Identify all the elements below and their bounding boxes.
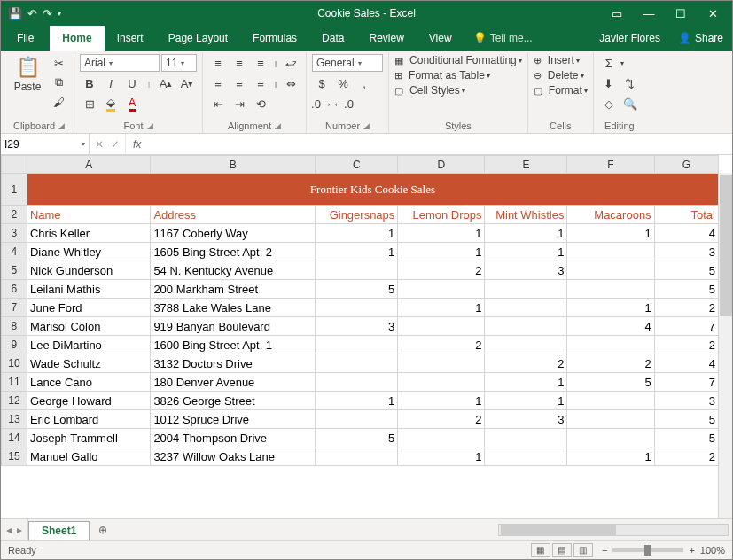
format-cells-button[interactable]: ▢ Format▾	[534, 84, 588, 97]
paste-button[interactable]: 📋 Paste	[10, 54, 45, 95]
cell[interactable]: 1	[316, 224, 398, 243]
cell[interactable]: 3	[485, 261, 567, 280]
cell[interactable]: Leilani Mathis	[27, 280, 150, 299]
tab-review[interactable]: Review	[356, 26, 416, 51]
cell[interactable]: 5	[654, 280, 718, 299]
cell[interactable]: 1	[485, 373, 567, 392]
header-cell[interactable]: Address	[151, 206, 316, 224]
cell[interactable]: 2	[398, 261, 485, 280]
hscroll-thumb[interactable]	[501, 525, 616, 535]
cut-button[interactable]: ✂	[49, 54, 68, 72]
zoom-out-button[interactable]: −	[602, 545, 607, 556]
cell[interactable]	[316, 447, 398, 466]
cell[interactable]: 1	[398, 243, 485, 261]
cell[interactable]: 3237 Willow Oaks Lane	[151, 447, 316, 466]
new-sheet-button[interactable]: ⊕	[90, 519, 116, 540]
user-name[interactable]: Javier Flores	[590, 26, 669, 51]
title-cell[interactable]: Frontier Kids Cookie Sales	[27, 174, 718, 206]
cell[interactable]: 1	[567, 447, 654, 466]
cell[interactable]	[398, 373, 485, 392]
align-bottom-button[interactable]: ≡	[251, 54, 270, 72]
cell[interactable]: 1167 Coberly Way	[151, 224, 316, 243]
vertical-scrollbar[interactable]	[718, 173, 732, 518]
cell[interactable]: 3	[654, 243, 718, 261]
cell[interactable]: 2	[654, 447, 718, 466]
cell[interactable]: 1600 Bing Street Apt. 1	[151, 336, 316, 354]
header-cell[interactable]: Name	[27, 206, 150, 224]
sheet-nav-prev-icon[interactable]: ◂	[6, 524, 12, 536]
cell[interactable]: 5	[654, 410, 718, 429]
cell[interactable]: Lee DiMartino	[27, 336, 150, 354]
row-header-14[interactable]: 14	[2, 429, 27, 447]
cell[interactable]: 3132 Doctors Drive	[151, 354, 316, 373]
format-painter-button[interactable]: 🖌	[49, 93, 68, 111]
enter-formula-icon[interactable]: ✓	[111, 138, 120, 151]
col-header-G[interactable]: G	[654, 156, 718, 174]
row-header-4[interactable]: 4	[2, 243, 27, 261]
cell[interactable]: 2	[398, 336, 485, 354]
tab-file[interactable]: File	[1, 26, 50, 51]
cell[interactable]: 4	[654, 354, 718, 373]
col-header-E[interactable]: E	[485, 156, 567, 174]
header-cell[interactable]: Mint Whistles	[485, 206, 567, 224]
cell[interactable]	[398, 429, 485, 447]
cell[interactable]: 54 N. Kentucky Avenue	[151, 261, 316, 280]
normal-view-button[interactable]: ▦	[531, 543, 550, 557]
header-cell[interactable]: Total	[654, 206, 718, 224]
cell[interactable]: Joseph Trammell	[27, 429, 150, 447]
cell[interactable]: 2	[567, 354, 654, 373]
cell[interactable]: 2	[398, 410, 485, 429]
horizontal-scrollbar[interactable]	[116, 519, 732, 540]
header-cell[interactable]: Lemon Drops	[398, 206, 485, 224]
cell[interactable]: June Ford	[27, 299, 150, 317]
cell[interactable]	[567, 336, 654, 354]
row-header-7[interactable]: 7	[2, 299, 27, 317]
page-layout-view-button[interactable]: ▤	[552, 543, 572, 557]
cell[interactable]: 2004 Thompson Drive	[151, 429, 316, 447]
undo-icon[interactable]: ↶	[27, 7, 37, 20]
cell[interactable]	[567, 243, 654, 261]
cell[interactable]	[316, 299, 398, 317]
decrease-font-button[interactable]: A▾	[177, 74, 197, 92]
fill-color-button[interactable]: ⬙	[101, 95, 121, 113]
italic-button[interactable]: I	[101, 74, 121, 92]
namebox-dropdown-icon[interactable]: ▾	[82, 140, 85, 148]
cell[interactable]: 1	[567, 224, 654, 243]
cell[interactable]: 3	[485, 410, 567, 429]
cell[interactable]	[316, 261, 398, 280]
formula-input[interactable]	[148, 134, 732, 154]
page-break-view-button[interactable]: ▥	[573, 543, 593, 557]
cell[interactable]: Wade Schultz	[27, 354, 150, 373]
conditional-formatting-button[interactable]: ▦ Conditional Formatting▾	[394, 54, 522, 66]
clear-button[interactable]: ◇	[599, 95, 619, 113]
redo-icon[interactable]: ↷	[43, 7, 52, 20]
cell[interactable]	[398, 280, 485, 299]
cell[interactable]	[316, 354, 398, 373]
copy-button[interactable]: ⧉	[49, 74, 68, 91]
cell[interactable]: 1	[316, 243, 398, 261]
increase-decimal-button[interactable]: .0→	[312, 95, 331, 113]
cell[interactable]: Chris Keller	[27, 224, 150, 243]
percent-format-button[interactable]: %	[333, 74, 353, 92]
number-launcher-icon[interactable]: ◢	[363, 121, 370, 130]
delete-cells-button[interactable]: ⊖ Delete▾	[534, 69, 584, 82]
tab-insert[interactable]: Insert	[105, 26, 156, 51]
alignment-launcher-icon[interactable]: ◢	[275, 121, 281, 130]
bold-button[interactable]: B	[80, 74, 99, 92]
cell-styles-button[interactable]: ▢ Cell Styles▾	[394, 84, 465, 97]
row-header-2[interactable]: 2	[2, 206, 27, 224]
merge-center-button[interactable]: ⇔	[281, 74, 300, 92]
zoom-slider[interactable]	[612, 548, 683, 552]
cell[interactable]: 200 Markham Street	[151, 280, 316, 299]
zoom-level[interactable]: 100%	[700, 545, 725, 556]
cell[interactable]: 3788 Lake Wales Lane	[151, 299, 316, 317]
cell[interactable]: 1	[398, 299, 485, 317]
align-left-button[interactable]: ≡	[208, 74, 228, 92]
cell[interactable]: 3	[316, 317, 398, 336]
cell[interactable]: 1605 Bing Street Apt. 2	[151, 243, 316, 261]
increase-font-button[interactable]: A▴	[156, 74, 175, 92]
minimize-icon[interactable]: —	[635, 1, 663, 26]
cell[interactable]: 1	[485, 224, 567, 243]
qat-dropdown-icon[interactable]: ▾	[58, 10, 61, 18]
cell[interactable]: 1	[398, 224, 485, 243]
